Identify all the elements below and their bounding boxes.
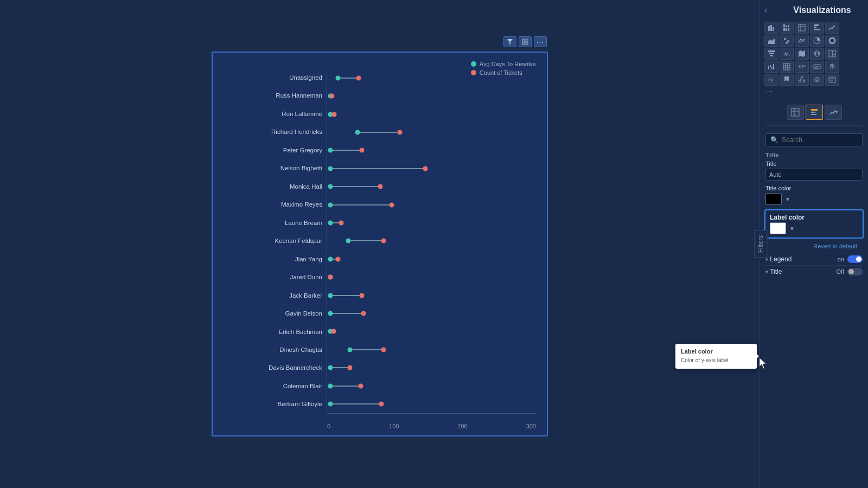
viz-icon-scatter[interactable] (780, 35, 794, 47)
viz-icon-funnel[interactable] (764, 48, 778, 60)
salmon-dot-17 (359, 383, 363, 388)
svg-point-56 (799, 80, 801, 82)
svg-rect-41 (773, 64, 774, 69)
x-label-0: 0 (327, 423, 330, 429)
svg-rect-14 (799, 24, 805, 31)
viz-icon-ai[interactable] (810, 74, 824, 86)
revert-link: Revert to default (765, 241, 863, 251)
filter-button[interactable] (503, 36, 516, 47)
viz-icon-table[interactable] (795, 22, 809, 34)
viz-icon-line[interactable] (825, 22, 839, 34)
viz-icon-python[interactable]: Py (764, 74, 778, 86)
label-color-swatch[interactable] (770, 222, 786, 234)
viz-large-analytics[interactable] (825, 105, 842, 120)
salmon-dot-1 (329, 94, 334, 99)
teal-dot-0 (336, 75, 341, 80)
viz-icon-treemap[interactable] (825, 48, 839, 60)
svg-point-21 (784, 38, 786, 40)
y-label-monica-hall: Monica Hall (224, 184, 322, 190)
viz-icon-decomp[interactable] (795, 74, 809, 86)
title-label: Title (765, 160, 863, 167)
viz-icon-narrative[interactable] (825, 74, 839, 86)
svg-rect-19 (814, 29, 820, 30)
search-box[interactable]: 🔍 (765, 133, 863, 146)
viz-icon-globe[interactable] (810, 48, 824, 60)
svg-marker-0 (507, 39, 513, 44)
salmon-dot-3 (397, 130, 402, 134)
viz-divider-1 (765, 101, 863, 101)
viz-icon-area[interactable] (764, 35, 778, 47)
title-color-arrow[interactable]: ▼ (785, 196, 790, 202)
title-collapse[interactable]: ▾ Title Off (765, 265, 863, 278)
svg-rect-8 (783, 24, 785, 27)
back-button[interactable]: ‹ (764, 5, 767, 15)
viz-large-format[interactable] (806, 105, 823, 120)
svg-marker-31 (799, 50, 805, 57)
viz-icon-donut[interactable] (825, 35, 839, 47)
viz-icon-bar2[interactable] (780, 22, 794, 34)
viz-icon-multiline[interactable] (795, 35, 809, 47)
viz-large-table[interactable] (787, 105, 804, 120)
svg-text:Py: Py (768, 78, 773, 82)
chart-body: UnassignedRuss HannemanRon LaflammeRicha… (224, 69, 536, 414)
teal-dot-8 (328, 220, 333, 225)
svg-rect-18 (814, 27, 816, 28)
label-color-picker[interactable]: ▼ (770, 222, 858, 234)
svg-rect-39 (770, 65, 771, 67)
legend-collapse[interactable]: ▾ Legend on (765, 253, 863, 265)
viz-icon-bar[interactable] (764, 22, 778, 34)
x-label-200: 200 (457, 423, 467, 429)
svg-rect-2 (526, 39, 528, 41)
y-label-jian-yang: Jian Yang (224, 256, 322, 263)
salmon-dot-14 (331, 329, 336, 334)
y-label-gavin-belson: Gavin Belson (224, 311, 322, 317)
dumbbell-line-15 (350, 349, 383, 350)
viz-icon-map[interactable] (795, 48, 809, 60)
svg-point-23 (786, 42, 788, 44)
dumbbell-line-0 (338, 78, 359, 79)
viz-icon-matrix[interactable] (780, 61, 794, 73)
data-row-18 (327, 403, 536, 404)
salmon-dot-6 (378, 184, 383, 189)
viz-divider-2 (765, 125, 863, 126)
revert-anchor[interactable]: Revert to default (813, 243, 857, 249)
viz-row-5: Py (764, 74, 864, 86)
viz-more-label: ··· (764, 87, 773, 97)
title-color-swatch[interactable] (765, 193, 782, 205)
more-options-button[interactable]: ··· (534, 36, 547, 47)
viz-icon-hbar[interactable] (810, 22, 824, 34)
title-collapse-chevron: ▾ (765, 269, 768, 275)
viz-icon-qna[interactable]: ? (825, 61, 839, 73)
title-toggle[interactable] (847, 268, 863, 275)
svg-line-58 (800, 78, 802, 80)
dumbbell-line-3 (358, 132, 400, 133)
data-row-1 (327, 95, 536, 97)
title-input[interactable] (765, 169, 863, 181)
viz-icon-pie[interactable] (810, 35, 824, 47)
salmon-dot-5 (423, 166, 427, 171)
search-input[interactable] (782, 136, 863, 144)
title-state-label: Off (837, 268, 844, 275)
salmon-dot-15 (381, 347, 386, 352)
dumbbell-line-13 (330, 313, 363, 314)
viz-icon-gauge[interactable] (780, 48, 794, 60)
title-color-picker[interactable]: ▼ (765, 193, 863, 205)
label-color-arrow[interactable]: ▼ (789, 226, 795, 232)
viz-icon-card[interactable] (810, 61, 824, 73)
y-label-richard-hendricks: Richard Hendricks (224, 129, 322, 136)
teal-dot-5 (328, 166, 333, 171)
expand-button[interactable] (519, 36, 532, 47)
dumbbell-line-12 (330, 295, 362, 296)
legend-toggle[interactable] (847, 255, 863, 263)
title-toggle-group: Off (837, 268, 863, 275)
viz-icon-waterfall[interactable] (764, 61, 778, 73)
chart-plot: 0 100 200 300 (327, 69, 536, 414)
y-label-russ-hanneman: Russ Hanneman (224, 93, 322, 99)
viz-row-3 (764, 48, 864, 60)
viz-icon-ribbon[interactable] (780, 74, 794, 86)
teal-dot-9 (346, 239, 351, 243)
svg-point-55 (801, 76, 803, 78)
viz-icon-kpi[interactable]: KPI (795, 61, 809, 73)
filters-tab[interactable]: Filters (754, 230, 767, 258)
properties-section: Title Title Title color ▼ Label color Co… (760, 149, 868, 251)
